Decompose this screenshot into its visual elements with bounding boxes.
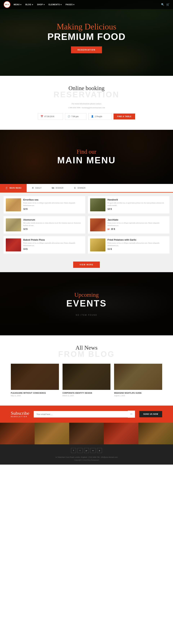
menu-img-4 — [90, 218, 105, 232]
menu-item-price: 14 10 $ — [108, 228, 168, 230]
menu-card-5: Baked Potato Pizza Primis nostro vel no,… — [3, 236, 85, 254]
reservation-info: For more informations please contact 1.9… — [11, 102, 162, 110]
menu-hero-section: Find our MAIN MENU — [0, 130, 173, 184]
blog-card-title: CORPORATE IDENTITY DESIGN — [62, 392, 111, 394]
date-field[interactable]: 📅 07/30/2018 — [38, 113, 63, 120]
gallery-item-2 — [35, 423, 69, 444]
reservation-title-ghost: RESERVATION — [11, 90, 162, 99]
send-us-now-button[interactable]: SEND US NOW — [139, 411, 162, 417]
reservation-hero-button[interactable]: RESERVATION — [71, 46, 102, 53]
newsletter-label-group: Subscribe NEWSLETTER — [11, 411, 29, 418]
blog-card-2[interactable]: CORPORATE IDENTITY DESIGN March 12, 2015 — [62, 364, 111, 396]
menu-item-price: 13 $ — [23, 248, 83, 250]
find-table-button[interactable]: FIND A TABLE — [114, 114, 135, 120]
newsletter-label: NEWSLETTER — [11, 416, 29, 418]
menu-item-desc: Mel audire fastidii atomorum et, tolam a… — [23, 222, 83, 227]
events-content: Upcoming EVENTS NO ITEM FOUND — [66, 292, 107, 316]
menu-item-desc: Primis nostro vel no, ex oblique expeten… — [23, 242, 83, 247]
menu-card-4: Jacchiato Primis nostro vel no, ex obliq… — [88, 216, 170, 234]
nav-shop[interactable]: SHOP ▾ — [37, 4, 45, 6]
blog-card-3[interactable]: WEEKEND NIGHTLIFE GUIDE August 1, 2015 — [114, 364, 162, 396]
menu-img-3 — [6, 218, 21, 232]
events-empty: NO ITEM FOUND — [66, 314, 107, 316]
blog-section: All News FROM BLOG PLEASUARE WITHOUT CON… — [0, 335, 173, 406]
gallery-item-4 — [104, 423, 138, 444]
menu-card-6: Fried Potatoes with Garlic Primis nostro… — [88, 236, 170, 254]
tab-disher[interactable]: 🍽 DISHER — [47, 184, 69, 192]
menu-item-name: Baked Potato Pizza — [23, 238, 83, 241]
facebook-button[interactable]: f — [71, 448, 76, 453]
menu-item-name: Jacchiato — [108, 218, 168, 221]
blog-card-date: May 11, 2015 — [11, 395, 59, 396]
events-title: EVENTS — [66, 298, 107, 309]
menu-card-3: Atomorum Mel audire fastidii atomorum et… — [3, 216, 85, 234]
gallery-item-5 — [138, 423, 173, 444]
social-links: f t g+ in p — [3, 448, 170, 453]
gallery-item-1 — [0, 423, 35, 444]
menu-item-price: 12 $ — [108, 208, 168, 210]
menu-item-name: Fried Potatoes with Garlic — [108, 238, 168, 241]
blog-img-3 — [114, 364, 162, 390]
instagram-button[interactable]: in — [90, 448, 96, 453]
blog-card-title: PLEASUARE WITHOUT CONSCIENCE — [11, 392, 59, 394]
clock-icon: 🕐 — [68, 115, 70, 118]
events-subtitle: Upcoming — [66, 292, 107, 298]
dish-icon: 🍽 — [52, 187, 54, 189]
menu-item-name: Erroribus sea — [23, 198, 83, 201]
tab-main-menu[interactable]: 🍴 MAIN MENU — [0, 184, 27, 192]
menu-item-desc: Primis nostro vel no, ex oblique expeten… — [23, 202, 83, 207]
envelope-icon: ✉ — [128, 410, 135, 418]
pinterest-button[interactable]: p — [97, 448, 102, 453]
footer: f t g+ in p 14 Tottenham Court Road, Lon… — [0, 444, 173, 464]
time-field[interactable]: 🕐 7:00 pm — [65, 113, 86, 120]
tab-dinner[interactable]: 🕯 DINNER — [69, 184, 91, 192]
tab-daily[interactable]: ☀ DAILY — [27, 184, 47, 192]
menu-tabs: 🍴 MAIN MENU ☀ DAILY 🍽 DISHER 🕯 DINNER — [0, 184, 173, 192]
menu-item-desc: Primis nostro vel no, ex oblique expeten… — [108, 242, 168, 247]
view-more-button[interactable]: VIEW MORE — [73, 262, 100, 268]
nav-menu[interactable]: MENU ▾ — [14, 4, 21, 6]
footer-copyright: Copyright © 2016 Rica Restaurant — [3, 459, 170, 461]
search-icon[interactable]: 🔍 — [161, 3, 164, 6]
blog-img-2 — [62, 364, 111, 390]
menu-img-1 — [6, 198, 21, 211]
blog-title-ghost: FROM BLOG — [11, 350, 162, 359]
menu-img-6 — [90, 238, 105, 252]
hero-section: Making Delicious PREMIUM FOOD RESERVATIO… — [0, 0, 173, 76]
calendar-icon: 📅 — [40, 115, 43, 118]
menu-hero-title: MAIN MENU — [57, 155, 116, 166]
menu-item-name: Atomorum — [23, 218, 83, 221]
googleplus-button[interactable]: g+ — [84, 448, 89, 453]
hero-subtitle: Making Delicious — [47, 22, 126, 31]
menu-card-1: Erroribus sea Primis nostro vel no, ex o… — [3, 196, 85, 214]
newsletter-section: Subscribe NEWSLETTER ✉ SEND US NOW — [0, 406, 173, 423]
events-section: Upcoming EVENTS NO ITEM FOUND — [0, 272, 173, 335]
nav-pages[interactable]: PAGES ▾ — [66, 4, 74, 6]
twitter-button[interactable]: t — [77, 448, 83, 453]
dinner-icon: 🕯 — [74, 187, 76, 189]
hero-content: Making Delicious PREMIUM FOOD RESERVATIO… — [47, 22, 126, 53]
reservation-section: Online booking RESERVATION For more info… — [0, 76, 173, 130]
hero-title: PREMIUM FOOD — [47, 31, 126, 42]
footer-address: 14 Tottenham Court Road, London, England… — [3, 456, 170, 459]
people-field[interactable]: 👤 2 People — [88, 113, 112, 120]
menu-item-price: 11 $ — [108, 248, 168, 250]
blog-card-1[interactable]: PLEASUARE WITHOUT CONSCIENCE May 11, 201… — [11, 364, 59, 396]
nav-elements[interactable]: ELEMENTS ▾ — [49, 4, 62, 6]
daily-icon: ☀ — [32, 187, 34, 189]
menu-card-2: Hendrerit Fit quod with erroribus sea, e… — [88, 196, 170, 214]
menu-grid: Erroribus sea Primis nostro vel no, ex o… — [0, 192, 173, 257]
menu-item-price: 12 $ — [23, 208, 83, 210]
cart-icon[interactable]: 🛒 — [166, 3, 170, 6]
fork-knife-icon: 🍴 — [5, 187, 8, 189]
menu-img-5 — [6, 238, 21, 252]
menu-item-desc: Fit quod with erroribus sea, ex quod lat… — [108, 202, 168, 207]
reservation-form: 📅 07/30/2018 🕐 7:00 pm 👤 2 People FIND A… — [11, 113, 162, 120]
newsletter-input[interactable] — [34, 411, 128, 418]
logo[interactable]: RICA — [3, 1, 10, 8]
menu-item-name: Hendrerit — [108, 198, 168, 201]
menu-img-2 — [90, 198, 105, 211]
newsletter-cursive: Subscribe — [11, 411, 29, 416]
nav-blog[interactable]: BLOG ▾ — [25, 4, 33, 6]
navbar-links: MENU ▾ BLOG ▾ SHOP ▾ ELEMENTS ▾ PAGES ▾ — [14, 4, 161, 6]
